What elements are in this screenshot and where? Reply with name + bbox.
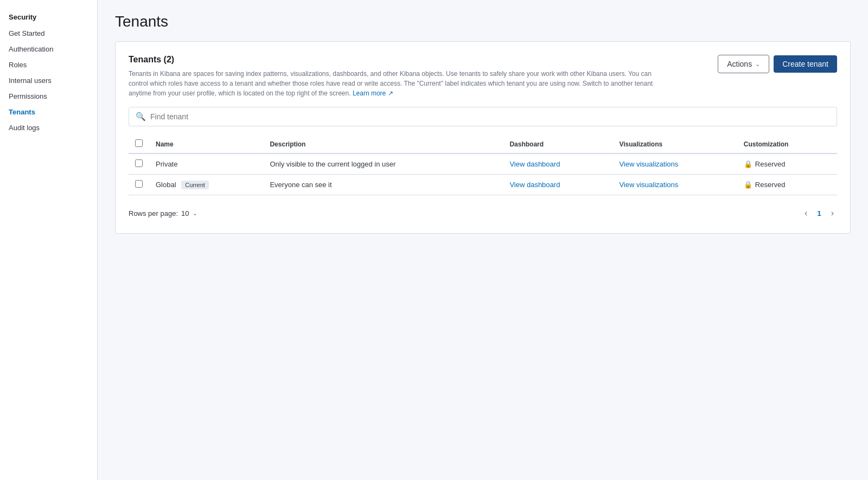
tenant-name-global: Global Current <box>149 175 263 195</box>
create-tenant-button[interactable]: Create tenant <box>774 55 837 73</box>
search-input[interactable] <box>150 112 830 121</box>
card-description: Tenants in Kibana are spaces for saving … <box>129 69 655 98</box>
pagination: ‹ 1 › <box>801 206 837 220</box>
tenants-card: Tenants (2) Tenants in Kibana are spaces… <box>115 41 851 234</box>
sidebar-item-roles[interactable]: Roles <box>0 57 97 73</box>
sidebar-item-internal-users[interactable]: Internal users <box>0 73 97 88</box>
sidebar-item-tenants[interactable]: Tenants <box>0 104 97 120</box>
sidebar: Security Get Started Authentication Role… <box>0 0 98 480</box>
learn-more-link[interactable]: Learn more ↗ <box>353 89 393 97</box>
sidebar-item-authentication[interactable]: Authentication <box>0 41 97 57</box>
prev-page-button[interactable]: ‹ <box>801 206 810 220</box>
tenant-custom-global: 🔒 Reserved <box>737 175 837 195</box>
view-visualizations-link-global[interactable]: View visualizations <box>619 181 678 189</box>
table-row: Global Current Everyone can see it View … <box>129 175 837 195</box>
row-checkbox[interactable] <box>135 180 143 188</box>
table-footer: Rows per page: 10 ⌄ ‹ 1 › <box>129 202 837 220</box>
col-customization: Customization <box>737 135 837 153</box>
search-bar: 🔍 <box>129 107 837 126</box>
rows-per-page-selector[interactable]: Rows per page: 10 ⌄ <box>129 209 197 217</box>
tenant-desc-private: Only visible to the current logged in us… <box>263 153 503 175</box>
card-header-left: Tenants (2) Tenants in Kibana are spaces… <box>129 55 709 98</box>
tenant-dashboard-global: View dashboard <box>503 175 612 195</box>
next-page-button[interactable]: › <box>828 206 837 220</box>
view-dashboard-link-private[interactable]: View dashboard <box>509 160 560 168</box>
view-visualizations-link-private[interactable]: View visualizations <box>619 160 678 168</box>
tenant-name-private: Private <box>149 153 263 175</box>
page-title: Tenants <box>115 13 851 30</box>
actions-button[interactable]: Actions ⌄ <box>718 55 769 73</box>
card-title: Tenants (2) <box>129 55 709 65</box>
tenant-dashboard-private: View dashboard <box>503 153 612 175</box>
sidebar-section-title: Security <box>0 9 97 25</box>
tenant-desc-global: Everyone can see it <box>263 175 503 195</box>
chevron-down-icon: ⌄ <box>755 61 760 68</box>
tenant-viz-global: View visualizations <box>612 175 737 195</box>
table-header: Name Description Dashboard Visualization… <box>129 135 837 153</box>
main-content: Tenants Tenants (2) Tenants in Kibana ar… <box>98 0 868 480</box>
select-all-checkbox[interactable] <box>135 139 143 147</box>
lock-icon: 🔒 <box>744 160 752 168</box>
col-dashboard: Dashboard <box>503 135 612 153</box>
col-description: Description <box>263 135 503 153</box>
tenant-viz-private: View visualizations <box>612 153 737 175</box>
tenant-custom-private: 🔒 Reserved <box>737 153 837 175</box>
sidebar-item-permissions[interactable]: Permissions <box>0 88 97 104</box>
row-checkbox-cell <box>129 175 149 195</box>
select-all-header <box>129 135 149 153</box>
table-body: Private Only visible to the current logg… <box>129 153 837 195</box>
col-name: Name <box>149 135 263 153</box>
tenants-table: Name Description Dashboard Visualization… <box>129 135 837 195</box>
col-visualizations: Visualizations <box>612 135 737 153</box>
lock-icon: 🔒 <box>744 181 752 189</box>
sidebar-item-get-started[interactable]: Get Started <box>0 25 97 41</box>
card-header: Tenants (2) Tenants in Kibana are spaces… <box>129 55 837 98</box>
search-icon: 🔍 <box>136 112 146 121</box>
card-header-actions: Actions ⌄ Create tenant <box>718 55 837 73</box>
page-number[interactable]: 1 <box>813 207 825 220</box>
table-row: Private Only visible to the current logg… <box>129 153 837 175</box>
view-dashboard-link-global[interactable]: View dashboard <box>509 181 560 189</box>
chevron-down-icon: ⌄ <box>193 210 197 217</box>
sidebar-item-audit-logs[interactable]: Audit logs <box>0 120 97 136</box>
row-checkbox-cell <box>129 153 149 175</box>
current-badge: Current <box>181 181 209 189</box>
row-checkbox[interactable] <box>135 159 143 167</box>
